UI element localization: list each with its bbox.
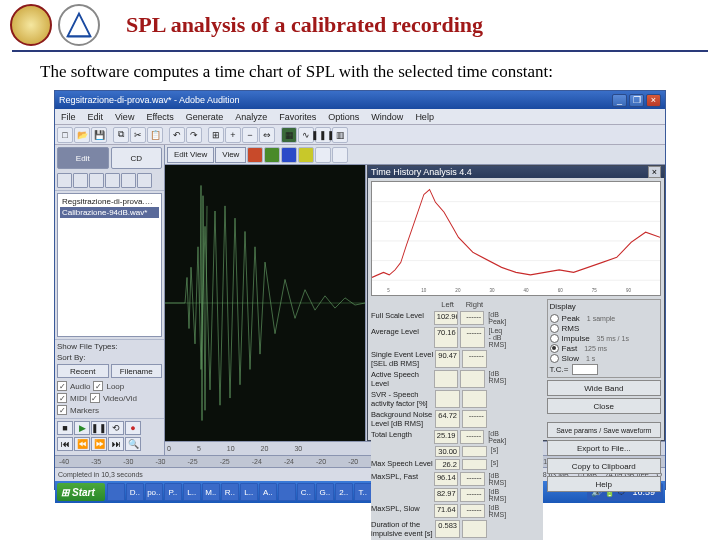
side-tool-4[interactable] [105, 173, 120, 188]
dialog-titlebar[interactable]: Time History Analysis 4.4 × [368, 166, 664, 178]
taskbar-item[interactable]: A.. [259, 483, 277, 501]
view2-button[interactable]: View [215, 147, 246, 163]
taskbar-item[interactable]: M.. [202, 483, 220, 501]
copy-icon[interactable]: ⧉ [113, 127, 129, 143]
cb-video[interactable]: ✓ [90, 393, 100, 403]
cut-icon[interactable]: ✂ [130, 127, 146, 143]
side-tool-1[interactable] [57, 173, 72, 188]
redo-icon[interactable]: ↷ [186, 127, 202, 143]
taskbar-item[interactable]: C.. [297, 483, 315, 501]
tab-cd[interactable]: CD [111, 147, 163, 169]
tc-input[interactable] [572, 364, 598, 375]
stop-button[interactable]: ■ [57, 421, 73, 435]
display-option[interactable]: Peak1 sample [550, 313, 658, 323]
save-params-button[interactable]: Save params / Save waveform [547, 422, 661, 438]
record-button[interactable]: ● [125, 421, 141, 435]
menu-edit[interactable]: Edit [86, 112, 106, 122]
forward-button[interactable]: ⏩ [91, 437, 107, 451]
clipboard-button[interactable]: Copy to Clipboard [547, 458, 661, 474]
new-icon[interactable]: □ [57, 127, 73, 143]
dialog-close-button[interactable]: × [648, 166, 661, 178]
goto-end-button[interactable]: ⏭ [108, 437, 124, 451]
display-option[interactable]: Fast125 ms [550, 343, 658, 353]
cb-markers[interactable]: ✓ [57, 405, 67, 415]
menu-options[interactable]: Options [326, 112, 361, 122]
menu-file[interactable]: File [59, 112, 78, 122]
zoom-sel-icon[interactable]: ⊞ [208, 127, 224, 143]
tab-edit[interactable]: Edit [57, 147, 109, 169]
cb-loop[interactable]: ✓ [93, 381, 103, 391]
display-option[interactable]: Impulse35 ms / 1s [550, 333, 658, 343]
audition-window: Regsitrazione-di-prova.wav* - Adobe Audi… [54, 90, 666, 490]
side-tool-3[interactable] [89, 173, 104, 188]
side-tool-6[interactable] [137, 173, 152, 188]
play-loop-button[interactable]: ⟲ [108, 421, 124, 435]
tool2-icon[interactable]: ▥ [332, 127, 348, 143]
radio-icon[interactable] [550, 344, 559, 353]
menu-generate[interactable]: Generate [184, 112, 226, 122]
file-list[interactable]: Regsitrazione-di-prova.wav Calibrazione-… [57, 193, 162, 337]
spectral-icon[interactable]: ▦ [281, 127, 297, 143]
menu-view[interactable]: View [113, 112, 136, 122]
radio-icon[interactable] [550, 354, 559, 363]
zoom-in-icon[interactable]: + [225, 127, 241, 143]
menu-help[interactable]: Help [413, 112, 436, 122]
undo-icon[interactable]: ↶ [169, 127, 185, 143]
vt-icon-4[interactable] [298, 147, 314, 163]
taskbar-item[interactable] [107, 483, 125, 501]
taskbar-item[interactable]: L.. [240, 483, 258, 501]
taskbar-item[interactable]: G.. [316, 483, 334, 501]
list-item[interactable]: Calibrazione-94dB.wav* [60, 207, 159, 218]
vt-icon-2[interactable] [264, 147, 280, 163]
radio-icon[interactable] [550, 334, 559, 343]
taskbar-item[interactable]: 2.. [335, 483, 353, 501]
menu-analyze[interactable]: Analyze [233, 112, 269, 122]
vt-icon-3[interactable] [281, 147, 297, 163]
taskbar-item[interactable]: D.. [126, 483, 144, 501]
menu-window[interactable]: Window [369, 112, 405, 122]
close-button[interactable]: × [646, 94, 661, 107]
sort-recent-button[interactable]: Recent [57, 364, 109, 378]
pause-button[interactable]: ❚❚ [91, 421, 107, 435]
taskbar-item[interactable] [278, 483, 296, 501]
dialog-close2-button[interactable]: Close [547, 398, 661, 414]
goto-start-button[interactable]: ⏮ [57, 437, 73, 451]
save-icon[interactable]: 💾 [91, 127, 107, 143]
tool-icon[interactable]: ❚❚❚ [315, 127, 331, 143]
start-button[interactable]: ⊞ Start [57, 483, 105, 501]
waveform-display[interactable] [165, 165, 365, 441]
vt-icon-5[interactable] [315, 147, 331, 163]
cb-midi[interactable]: ✓ [57, 393, 67, 403]
rewind-button[interactable]: ⏪ [74, 437, 90, 451]
menu-favorites[interactable]: Favorites [277, 112, 318, 122]
radio-icon[interactable] [550, 314, 559, 323]
maximize-button[interactable]: ❐ [629, 94, 644, 107]
taskbar-item[interactable]: P.. [164, 483, 182, 501]
zoom-out-icon[interactable]: − [242, 127, 258, 143]
open-icon[interactable]: 📂 [74, 127, 90, 143]
help-button[interactable]: Help [547, 476, 661, 492]
display-option[interactable]: RMS [550, 323, 658, 333]
cb-audio[interactable]: ✓ [57, 381, 67, 391]
paste-icon[interactable]: 📋 [147, 127, 163, 143]
vt-icon-1[interactable] [247, 147, 263, 163]
taskbar-item[interactable]: po.. [145, 483, 163, 501]
list-item[interactable]: Regsitrazione-di-prova.wav [60, 196, 159, 207]
window-titlebar[interactable]: Regsitrazione-di-prova.wav* - Adobe Audi… [55, 91, 665, 109]
export-button[interactable]: Export to File... [547, 440, 661, 456]
menu-effects[interactable]: Effects [144, 112, 175, 122]
zoom-button[interactable]: 🔍 [125, 437, 141, 451]
side-tool-5[interactable] [121, 173, 136, 188]
editview-button[interactable]: Edit View [167, 147, 214, 163]
zoom-full-icon[interactable]: ⇔ [259, 127, 275, 143]
display-option[interactable]: Slow1 s [550, 353, 658, 363]
minimize-button[interactable]: _ [612, 94, 627, 107]
play-button[interactable]: ▶ [74, 421, 90, 435]
radio-icon[interactable] [550, 324, 559, 333]
side-tool-2[interactable] [73, 173, 88, 188]
wideband-button[interactable]: Wide Band [547, 380, 661, 396]
taskbar-item[interactable]: R.. [221, 483, 239, 501]
sort-filename-button[interactable]: Filename [111, 364, 163, 378]
vt-icon-6[interactable] [332, 147, 348, 163]
taskbar-item[interactable]: L.. [183, 483, 201, 501]
